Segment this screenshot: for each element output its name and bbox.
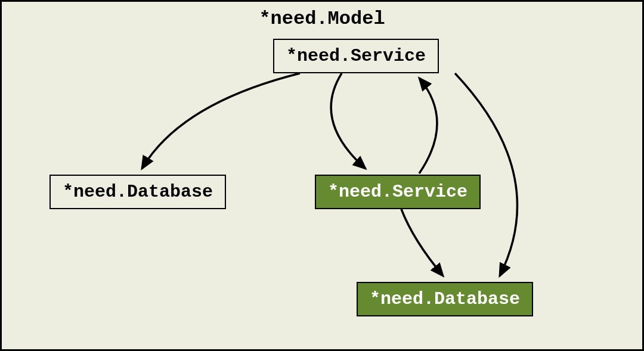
node-service-mid: *need.Service	[315, 175, 481, 209]
node-label: *need.Service	[328, 182, 467, 202]
diagram-title: *need.Model	[259, 8, 385, 30]
node-label: *need.Database	[370, 289, 520, 309]
edge-service-top-to-database-left	[142, 73, 300, 169]
node-database-left: *need.Database	[49, 175, 226, 209]
edge-service-mid-to-service-top	[419, 78, 437, 173]
node-label: *need.Database	[63, 182, 213, 202]
node-service-top: *need.Service	[273, 39, 439, 73]
edge-service-top-to-service-mid	[331, 73, 366, 169]
edge-service-mid-to-database-bottom	[401, 209, 443, 276]
node-database-bottom: *need.Database	[357, 282, 533, 316]
node-label: *need.Service	[286, 46, 426, 66]
